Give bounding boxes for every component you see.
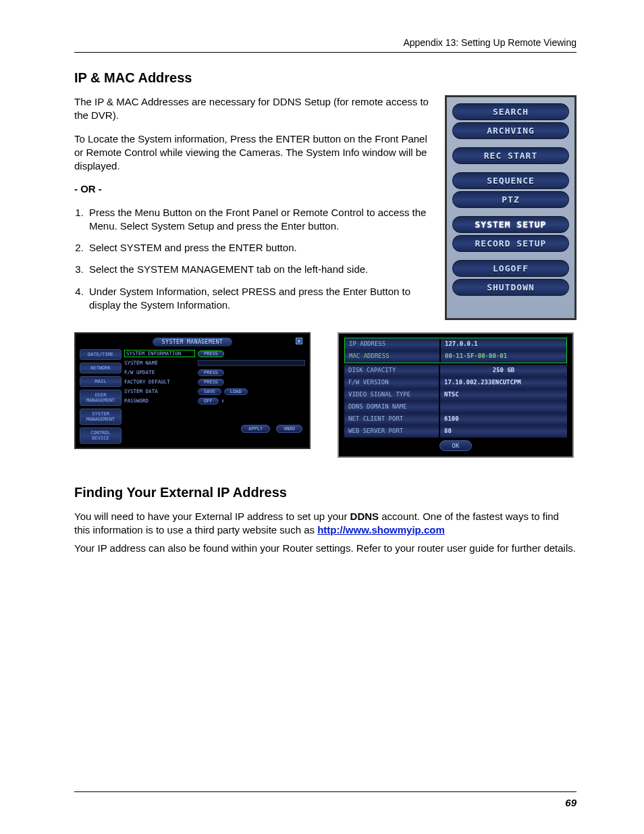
system-info-screenshot: IP ADDRESS127.0.0.1 MAC ADDRESS00·11·5F·… <box>338 332 574 458</box>
menu-logoff[interactable]: LOGOFF <box>452 260 569 277</box>
si-ddns-domain-label: DDNS DOMAIN NAME <box>344 401 439 413</box>
si-video-signal-value: NTSC <box>440 389 567 401</box>
sm-password-toggle[interactable]: OFF <box>198 398 219 405</box>
sm-system-data-save[interactable]: SAVE <box>198 388 221 395</box>
sm-system-information-press[interactable]: PRESS <box>198 350 224 357</box>
showmyip-link[interactable]: http://www.showmyip.com <box>317 524 445 536</box>
sm-close-icon[interactable]: × <box>296 338 302 344</box>
sm-system-data-label: SYSTEM DATA <box>124 388 195 394</box>
si-net-client-port-value: 6100 <box>440 413 567 425</box>
si-ok-button[interactable]: OK <box>439 440 473 451</box>
si-mac-address-label: MAC ADDRESS <box>345 350 439 363</box>
external-ip-p2: Your IP address can also be found within… <box>74 542 576 555</box>
system-management-screenshot: SYSTEM MANAGEMENT × DATE/TIME NETWORK MA… <box>74 332 311 449</box>
menu-record-setup[interactable]: RECORD SETUP <box>452 235 569 252</box>
si-fw-version-label: F/W VERSION <box>344 377 439 389</box>
section-external-ip-title: Finding Your External IP Address <box>74 485 576 500</box>
step-2: Select SYSTEM and press the ENTER button… <box>86 241 433 255</box>
menu-shutdown[interactable]: SHUTDOWN <box>452 279 569 296</box>
menu-archiving[interactable]: ARCHVING <box>452 122 569 139</box>
sm-system-information-label: SYSTEM INFORMATION <box>124 350 195 357</box>
or-divider: - OR - <box>74 182 433 196</box>
sm-password-label: PASSWORD <box>124 398 195 404</box>
page-header: Appendix 13: Setting Up Remote Viewing <box>74 37 576 48</box>
menu-sequence[interactable]: SEQUENCE <box>452 172 569 189</box>
sm-system-name-label: SYSTEM NAME <box>124 360 195 366</box>
step-4: Under System Information, select PRESS a… <box>86 285 433 313</box>
si-disk-capacity-label: DISK CAPACITY <box>344 365 439 377</box>
sm-undo-button[interactable]: UNDO <box>276 425 302 433</box>
sm-tab-user-management[interactable]: USER MANAGEMENT <box>80 390 122 406</box>
si-web-server-port-value: 80 <box>440 425 567 438</box>
sm-fw-update-label: F/W UPDATE <box>124 369 195 375</box>
dvr-menu-panel: SEARCH ARCHVING REC START SEQUENCE PTZ S… <box>445 95 576 320</box>
sm-system-data-load[interactable]: LOAD <box>224 388 248 395</box>
sm-fw-update-press[interactable]: PRESS <box>198 369 224 376</box>
menu-rec-start[interactable]: REC START <box>452 147 569 164</box>
intro-p1: The IP & MAC Addresses are necessary for… <box>74 95 433 123</box>
sm-apply-button[interactable]: APPLY <box>241 425 270 433</box>
external-ip-p1: You will need to have your External IP a… <box>74 510 576 538</box>
step-3: Select the SYSTEM MANAGEMENT tab on the … <box>86 263 433 276</box>
sm-title: SYSTEM MANAGEMENT <box>153 338 232 346</box>
page-number: 69 <box>565 797 576 808</box>
sm-tab-datetime[interactable]: DATE/TIME <box>80 349 122 360</box>
si-video-signal-label: VIDEO SIGNAL TYPE <box>344 389 439 401</box>
sm-factory-default-press[interactable]: PRESS <box>198 379 224 386</box>
step-1: Press the Menu Button on the Front Panel… <box>86 206 433 234</box>
si-mac-address-value: 00·11·5F·00·00·01 <box>441 350 566 363</box>
si-web-server-port-label: WEB SERVER PORT <box>344 425 439 438</box>
si-ip-address-value: 127.0.0.1 <box>441 338 566 350</box>
header-rule <box>74 52 576 53</box>
menu-search[interactable]: SEARCH <box>452 103 569 120</box>
menu-ptz[interactable]: PTZ <box>452 191 569 208</box>
si-fw-version-value: 17.10.002.233ENCUTCPM <box>440 377 567 389</box>
sm-tab-network[interactable]: NETWORK <box>80 363 122 373</box>
sm-system-name-input[interactable] <box>198 360 305 366</box>
sm-tab-mail[interactable]: MAIL <box>80 376 122 387</box>
si-net-client-port-label: NET CLIENT PORT <box>344 413 439 425</box>
intro-p2: To Locate the System information, Press … <box>74 132 433 174</box>
sm-factory-default-label: FACTORY DEFAULT <box>124 379 195 385</box>
sm-tab-control-device[interactable]: CONTROL DEVICE <box>80 427 122 444</box>
si-ddns-domain-value <box>440 401 567 413</box>
section-ip-mac-title: IP & MAC Address <box>74 70 576 86</box>
sm-password-stepper-icon[interactable]: ⇕ <box>221 398 225 404</box>
steps-list: Press the Menu Button on the Front Panel… <box>86 206 433 313</box>
sm-tab-system-management[interactable]: SYSTEM MANAGEMENT <box>80 409 122 425</box>
footer-rule <box>74 791 576 792</box>
si-ip-address-label: IP ADDRESS <box>345 338 439 350</box>
menu-system-setup[interactable]: SYSTEM SETUP <box>452 216 569 233</box>
si-disk-capacity-value: 250 GB <box>440 365 567 377</box>
